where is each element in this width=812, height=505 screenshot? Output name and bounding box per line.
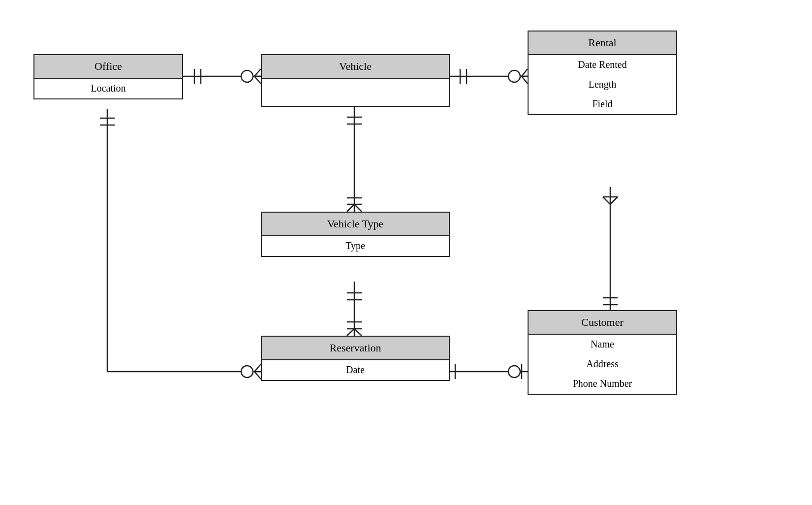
customer-attr-name: Name xyxy=(529,335,676,354)
vehicle-title: Vehicle xyxy=(262,55,449,79)
svg-line-20 xyxy=(354,204,362,212)
reservation-title: Reservation xyxy=(262,337,449,360)
svg-line-6 xyxy=(254,76,261,84)
svg-point-3 xyxy=(241,70,253,82)
svg-line-4 xyxy=(254,69,261,76)
svg-line-33 xyxy=(254,364,261,372)
reservation-entity: Reservation Date xyxy=(261,336,450,381)
rental-entity: Rental Date Rented Length Field xyxy=(528,31,677,115)
customer-attr-phone: Phone Number xyxy=(529,374,676,394)
office-attr-location: Location xyxy=(34,79,182,98)
office-entity: Office Location xyxy=(33,54,183,99)
rental-attr-length: Length xyxy=(529,75,676,95)
office-title: Office xyxy=(34,55,182,79)
rental-attr-field: Field xyxy=(529,95,676,114)
vehicletype-entity: Vehicle Type Type xyxy=(261,212,450,257)
svg-line-13 xyxy=(522,76,528,84)
vehicle-entity: Vehicle xyxy=(261,54,450,107)
customer-attr-address: Address xyxy=(529,354,676,374)
svg-line-19 xyxy=(347,204,354,212)
svg-point-32 xyxy=(241,366,253,378)
vehicletype-attr-type: Type xyxy=(262,236,449,256)
customer-title: Customer xyxy=(529,311,676,335)
svg-line-44 xyxy=(610,197,618,204)
customer-entity: Customer Name Address Phone Number xyxy=(528,310,677,395)
svg-point-10 xyxy=(508,70,520,82)
reservation-attr-date: Date xyxy=(262,360,449,380)
svg-point-39 xyxy=(508,366,520,378)
rental-attr-daterented: Date Rented xyxy=(529,55,676,75)
vehicletype-title: Vehicle Type xyxy=(262,213,449,236)
svg-line-27 xyxy=(354,329,362,336)
svg-line-35 xyxy=(254,372,261,379)
rental-title: Rental xyxy=(529,32,676,55)
svg-line-26 xyxy=(347,329,354,336)
svg-line-11 xyxy=(522,69,528,76)
svg-line-43 xyxy=(603,197,610,204)
